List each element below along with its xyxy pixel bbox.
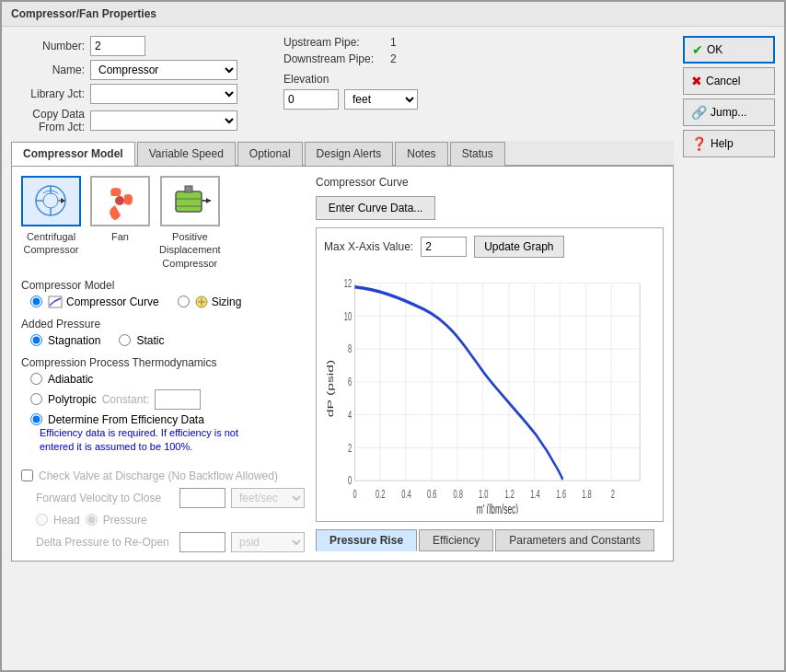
svg-text:0.8: 0.8 <box>453 487 463 501</box>
name-label: Name: <box>11 64 85 76</box>
name-select[interactable]: Compressor <box>90 60 237 80</box>
jump-button[interactable]: 🔗 Jump... <box>683 98 775 126</box>
svg-rect-8 <box>176 191 202 212</box>
determine-label[interactable]: Determine From Efficiency Data <box>48 413 204 426</box>
cancel-button[interactable]: ✖ Cancel <box>683 67 775 95</box>
left-field-group: Number: Name: Compressor Library Jct: <box>11 36 237 133</box>
added-pressure-heading: Added Pressure <box>21 318 306 330</box>
bottom-tab-parameters[interactable]: Parameters and Constants <box>495 529 654 551</box>
sizing-radio[interactable] <box>178 295 190 307</box>
jump-icon: 🔗 <box>691 105 707 120</box>
content-area: Number: Name: Compressor Library Jct: <box>2 27 784 670</box>
svg-marker-13 <box>206 198 211 203</box>
stagnation-row: Stagnation <box>30 334 100 347</box>
polytropic-label[interactable]: Polytropic <box>48 393 97 406</box>
downstream-label: Downstream Pipe: <box>283 52 385 65</box>
head-radio-label[interactable]: Head <box>53 514 80 527</box>
library-select[interactable] <box>90 84 237 104</box>
left-panel: CentrifugalCompressor <box>21 176 306 551</box>
x-axis-input[interactable] <box>421 237 467 257</box>
forward-velocity-unit[interactable]: feet/sec <box>231 488 305 508</box>
pressure-radio[interactable] <box>86 514 98 526</box>
delta-pressure-unit[interactable]: psid <box>231 532 305 552</box>
ok-check-icon: ✔ <box>692 42 703 57</box>
tab-notes[interactable]: Notes <box>395 142 447 166</box>
cancel-label: Cancel <box>706 75 740 87</box>
sizing-radio-row: Sizing <box>178 295 242 308</box>
right-panel: Compressor Curve Enter Curve Data... Max… <box>316 176 664 551</box>
library-row: Library Jct: <box>11 84 237 104</box>
forward-velocity-input[interactable] <box>179 488 225 508</box>
jump-label: Jump... <box>711 106 746 119</box>
svg-text:0: 0 <box>353 487 356 501</box>
copy-select[interactable] <box>90 110 237 131</box>
downstream-value: 2 <box>390 52 397 65</box>
upstream-value: 1 <box>390 36 397 49</box>
enter-curve-button[interactable]: Enter Curve Data... <box>316 196 435 220</box>
positive-displacement-label: PositiveDisplacementCompressor <box>159 230 221 270</box>
constant-input[interactable] <box>155 389 201 410</box>
fan-label: Fan <box>111 230 129 243</box>
tab-design-alerts[interactable]: Design Alerts <box>305 142 394 166</box>
pressure-radio-label[interactable]: Pressure <box>103 514 147 527</box>
graph-section-label: Compressor Curve <box>316 176 664 189</box>
svg-text:0.4: 0.4 <box>401 487 411 501</box>
polytropic-row: Polytropic Constant: <box>30 389 306 410</box>
static-label[interactable]: Static <box>136 334 164 347</box>
fan-icon[interactable]: Fan <box>90 176 150 270</box>
tab-strip-wrapper: Compressor Model Variable Speed Optional… <box>11 141 674 562</box>
positive-displacement-icon-box <box>160 176 220 226</box>
sizing-label: Sizing <box>212 295 242 308</box>
compressor-curve-radio-label[interactable]: Compressor Curve <box>48 295 159 308</box>
elevation-unit-select[interactable]: feet meters <box>344 89 418 110</box>
number-input[interactable] <box>90 36 145 56</box>
update-graph-button[interactable]: Update Graph <box>474 236 563 258</box>
tab-compressor-model[interactable]: Compressor Model <box>11 142 135 166</box>
adiabatic-label[interactable]: Adiabatic <box>48 373 93 386</box>
delta-pressure-input[interactable] <box>179 532 225 552</box>
svg-text:6: 6 <box>348 375 352 388</box>
graph-controls: Max X-Axis Value: Update Graph <box>324 236 655 258</box>
adiabatic-row: Adiabatic <box>30 373 306 386</box>
check-valve-checkbox[interactable] <box>21 469 33 481</box>
elevation-row: feet meters <box>283 89 418 110</box>
downstream-row: Downstream Pipe: 2 <box>283 52 418 65</box>
svg-rect-9 <box>185 186 192 192</box>
svg-text:2: 2 <box>611 487 615 501</box>
help-icon: ❓ <box>691 136 707 151</box>
bottom-tab-pressure-rise[interactable]: Pressure Rise <box>316 529 417 551</box>
static-radio[interactable] <box>119 334 131 346</box>
tab-variable-speed[interactable]: Variable Speed <box>137 142 236 166</box>
compressor-curve-radio-row: Compressor Curve <box>30 295 159 308</box>
help-button[interactable]: ❓ Help <box>683 130 775 157</box>
head-radio[interactable] <box>36 514 48 526</box>
tab-optional[interactable]: Optional <box>237 142 303 166</box>
check-valve-label[interactable]: Check Valve at Discharge (No Backflow Al… <box>39 469 278 482</box>
thermo-radios: Adiabatic Polytropic Constant: <box>21 373 306 426</box>
svg-text:2: 2 <box>348 441 352 455</box>
compressor-model-section: Compressor Model Compr <box>21 279 306 308</box>
svg-text:10: 10 <box>344 308 352 322</box>
title-bar: Compressor/Fan Properties <box>2 2 784 27</box>
efficiency-info: Efficiency data is required. If efficien… <box>21 426 306 455</box>
check-valve-fields: Forward Velocity to Close feet/sec Head <box>21 488 306 552</box>
sizing-radio-label[interactable]: Sizing <box>195 295 242 308</box>
determine-radio[interactable] <box>30 413 42 425</box>
svg-text:0.6: 0.6 <box>427 487 437 501</box>
graph-svg-container: dP (psid) <box>324 263 655 514</box>
polytropic-radio[interactable] <box>30 393 42 405</box>
svg-text:0: 0 <box>348 473 352 487</box>
positive-displacement-icon[interactable]: PositiveDisplacementCompressor <box>159 176 221 270</box>
centrifugal-compressor-icon[interactable]: CentrifugalCompressor <box>21 176 81 270</box>
bottom-tab-efficiency[interactable]: Efficiency <box>419 529 493 551</box>
top-fields: Number: Name: Compressor Library Jct: <box>11 36 674 133</box>
stagnation-label[interactable]: Stagnation <box>48 334 100 347</box>
ok-button[interactable]: ✔ OK <box>683 36 775 64</box>
svg-text:1.4: 1.4 <box>530 487 540 501</box>
tab-status[interactable]: Status <box>450 142 505 166</box>
stagnation-radio[interactable] <box>30 334 42 346</box>
adiabatic-radio[interactable] <box>30 373 42 385</box>
svg-text:1.6: 1.6 <box>557 487 567 501</box>
compressor-curve-radio[interactable] <box>30 295 42 307</box>
elevation-input[interactable] <box>283 89 339 110</box>
